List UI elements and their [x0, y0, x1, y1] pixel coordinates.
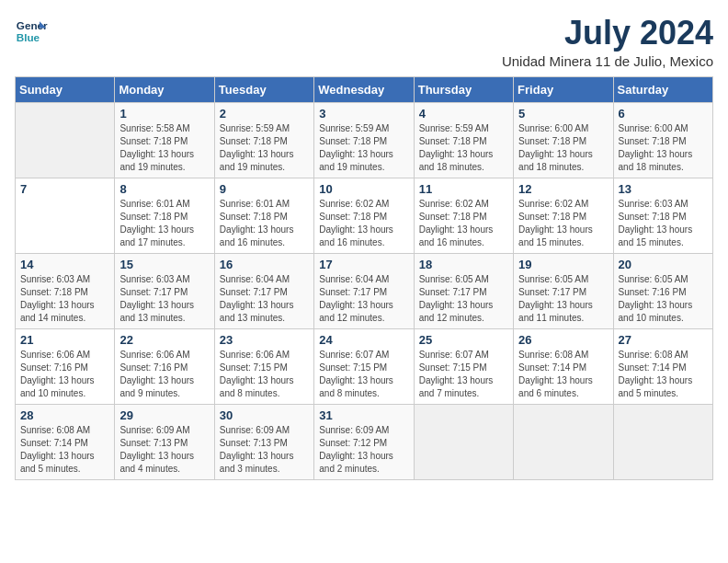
- calendar-cell: [514, 404, 613, 479]
- location-title: Unidad Minera 11 de Julio, Mexico: [502, 53, 713, 69]
- calendar-cell: 22Sunrise: 6:06 AM Sunset: 7:16 PM Dayli…: [115, 328, 214, 404]
- day-info: Sunrise: 6:06 AM Sunset: 7:16 PM Dayligh…: [119, 349, 209, 400]
- day-info: Sunrise: 5:58 AM Sunset: 7:18 PM Dayligh…: [119, 122, 209, 174]
- day-info: Sunrise: 6:00 AM Sunset: 7:18 PM Dayligh…: [619, 122, 708, 174]
- calendar-cell: 26Sunrise: 6:08 AM Sunset: 7:14 PM Dayli…: [514, 328, 613, 404]
- calendar-cell: 21Sunrise: 6:06 AM Sunset: 7:16 PM Dayli…: [16, 328, 115, 404]
- calendar-cell: 30Sunrise: 6:09 AM Sunset: 7:13 PM Dayli…: [214, 404, 313, 479]
- calendar-cell: 29Sunrise: 6:09 AM Sunset: 7:13 PM Dayli…: [115, 404, 214, 479]
- calendar-cell: 9Sunrise: 6:01 AM Sunset: 7:18 PM Daylig…: [214, 178, 313, 253]
- day-number: 24: [319, 333, 408, 347]
- day-info: Sunrise: 6:06 AM Sunset: 7:15 PM Dayligh…: [220, 349, 309, 400]
- day-info: Sunrise: 6:02 AM Sunset: 7:18 PM Dayligh…: [419, 198, 508, 249]
- weekday-header-cell: Wednesday: [314, 76, 414, 102]
- calendar-week-row: 78Sunrise: 6:01 AM Sunset: 7:18 PM Dayli…: [16, 178, 713, 253]
- calendar-cell: 11Sunrise: 6:02 AM Sunset: 7:18 PM Dayli…: [414, 178, 513, 253]
- day-number: 7: [20, 182, 109, 196]
- day-number: 20: [619, 258, 708, 271]
- logo: General Blue: [15, 15, 48, 48]
- day-number: 6: [619, 107, 708, 121]
- calendar-week-row: 1Sunrise: 5:58 AM Sunset: 7:18 PM Daylig…: [16, 102, 713, 178]
- calendar-cell: 24Sunrise: 6:07 AM Sunset: 7:15 PM Dayli…: [314, 328, 414, 404]
- day-number: 18: [419, 258, 508, 271]
- day-info: Sunrise: 6:05 AM Sunset: 7:17 PM Dayligh…: [518, 273, 608, 325]
- day-number: 8: [119, 182, 209, 196]
- day-info: Sunrise: 6:04 AM Sunset: 7:17 PM Dayligh…: [319, 273, 408, 325]
- calendar-cell: 12Sunrise: 6:02 AM Sunset: 7:18 PM Dayli…: [514, 178, 613, 253]
- day-number: 2: [220, 107, 309, 121]
- day-number: 17: [319, 258, 408, 271]
- day-info: Sunrise: 6:07 AM Sunset: 7:15 PM Dayligh…: [419, 349, 508, 400]
- day-number: 25: [419, 333, 508, 347]
- day-info: Sunrise: 6:09 AM Sunset: 7:12 PM Dayligh…: [319, 424, 408, 476]
- day-number: 5: [518, 107, 608, 121]
- calendar-cell: [613, 404, 712, 479]
- calendar-cell: 20Sunrise: 6:05 AM Sunset: 7:16 PM Dayli…: [613, 253, 712, 328]
- day-info: Sunrise: 5:59 AM Sunset: 7:18 PM Dayligh…: [419, 122, 508, 174]
- day-number: 16: [220, 258, 309, 271]
- page-header: General Blue July 2024 Unidad Minera 11 …: [15, 15, 713, 69]
- day-info: Sunrise: 6:05 AM Sunset: 7:16 PM Dayligh…: [619, 273, 708, 325]
- day-info: Sunrise: 6:08 AM Sunset: 7:14 PM Dayligh…: [20, 424, 109, 476]
- day-number: 4: [419, 107, 508, 121]
- calendar-cell: [16, 102, 115, 178]
- calendar-cell: 6Sunrise: 6:00 AM Sunset: 7:18 PM Daylig…: [613, 102, 712, 178]
- calendar-body: 1Sunrise: 5:58 AM Sunset: 7:18 PM Daylig…: [16, 102, 713, 479]
- day-info: Sunrise: 5:59 AM Sunset: 7:18 PM Dayligh…: [220, 122, 309, 174]
- day-number: 30: [220, 408, 309, 422]
- calendar-cell: 14Sunrise: 6:03 AM Sunset: 7:18 PM Dayli…: [16, 253, 115, 328]
- calendar-cell: 23Sunrise: 6:06 AM Sunset: 7:15 PM Dayli…: [214, 328, 313, 404]
- day-number: 22: [119, 333, 209, 347]
- day-info: Sunrise: 6:08 AM Sunset: 7:14 PM Dayligh…: [619, 349, 708, 400]
- day-number: 1: [119, 107, 209, 121]
- day-number: 15: [119, 258, 209, 271]
- calendar-cell: 17Sunrise: 6:04 AM Sunset: 7:17 PM Dayli…: [314, 253, 414, 328]
- calendar-table: SundayMondayTuesdayWednesdayThursdayFrid…: [15, 76, 713, 480]
- calendar-cell: 16Sunrise: 6:04 AM Sunset: 7:17 PM Dayli…: [214, 253, 313, 328]
- calendar-cell: 25Sunrise: 6:07 AM Sunset: 7:15 PM Dayli…: [414, 328, 513, 404]
- day-number: 12: [518, 182, 608, 196]
- day-number: 13: [619, 182, 708, 196]
- day-number: 28: [20, 408, 109, 422]
- day-info: Sunrise: 6:05 AM Sunset: 7:17 PM Dayligh…: [419, 273, 508, 325]
- calendar-cell: 10Sunrise: 6:02 AM Sunset: 7:18 PM Dayli…: [314, 178, 414, 253]
- day-number: 14: [20, 258, 109, 271]
- weekday-header-cell: Sunday: [16, 76, 115, 102]
- calendar-week-row: 28Sunrise: 6:08 AM Sunset: 7:14 PM Dayli…: [16, 404, 713, 479]
- calendar-week-row: 21Sunrise: 6:06 AM Sunset: 7:16 PM Dayli…: [16, 328, 713, 404]
- day-number: 21: [20, 333, 109, 347]
- calendar-cell: 19Sunrise: 6:05 AM Sunset: 7:17 PM Dayli…: [514, 253, 613, 328]
- day-number: 23: [220, 333, 309, 347]
- weekday-header-cell: Tuesday: [214, 76, 313, 102]
- weekday-header-cell: Friday: [514, 76, 613, 102]
- calendar-cell: 2Sunrise: 5:59 AM Sunset: 7:18 PM Daylig…: [214, 102, 313, 178]
- calendar-cell: 13Sunrise: 6:03 AM Sunset: 7:18 PM Dayli…: [613, 178, 712, 253]
- logo-icon: General Blue: [15, 15, 48, 48]
- month-title: July 2024: [502, 15, 713, 52]
- day-info: Sunrise: 6:06 AM Sunset: 7:16 PM Dayligh…: [20, 349, 109, 400]
- weekday-header-cell: Saturday: [613, 76, 712, 102]
- day-info: Sunrise: 6:02 AM Sunset: 7:18 PM Dayligh…: [319, 198, 408, 249]
- weekday-header-cell: Monday: [115, 76, 214, 102]
- calendar-cell: 7: [16, 178, 115, 253]
- title-block: July 2024 Unidad Minera 11 de Julio, Mex…: [502, 15, 713, 69]
- calendar-cell: 4Sunrise: 5:59 AM Sunset: 7:18 PM Daylig…: [414, 102, 513, 178]
- day-info: Sunrise: 6:03 AM Sunset: 7:18 PM Dayligh…: [619, 198, 708, 249]
- day-info: Sunrise: 6:09 AM Sunset: 7:13 PM Dayligh…: [119, 424, 209, 476]
- calendar-cell: 15Sunrise: 6:03 AM Sunset: 7:17 PM Dayli…: [115, 253, 214, 328]
- day-info: Sunrise: 6:01 AM Sunset: 7:18 PM Dayligh…: [220, 198, 309, 249]
- day-number: 3: [319, 107, 408, 121]
- day-info: Sunrise: 6:04 AM Sunset: 7:17 PM Dayligh…: [220, 273, 309, 325]
- day-number: 19: [518, 258, 608, 271]
- calendar-cell: 18Sunrise: 6:05 AM Sunset: 7:17 PM Dayli…: [414, 253, 513, 328]
- day-number: 10: [319, 182, 408, 196]
- svg-text:Blue: Blue: [17, 31, 40, 43]
- day-number: 31: [319, 408, 408, 422]
- day-number: 27: [619, 333, 708, 347]
- day-info: Sunrise: 6:03 AM Sunset: 7:18 PM Dayligh…: [20, 273, 109, 325]
- calendar-cell: 8Sunrise: 6:01 AM Sunset: 7:18 PM Daylig…: [115, 178, 214, 253]
- calendar-week-row: 14Sunrise: 6:03 AM Sunset: 7:18 PM Dayli…: [16, 253, 713, 328]
- day-info: Sunrise: 6:01 AM Sunset: 7:18 PM Dayligh…: [119, 198, 209, 249]
- calendar-cell: 5Sunrise: 6:00 AM Sunset: 7:18 PM Daylig…: [514, 102, 613, 178]
- day-info: Sunrise: 6:09 AM Sunset: 7:13 PM Dayligh…: [220, 424, 309, 476]
